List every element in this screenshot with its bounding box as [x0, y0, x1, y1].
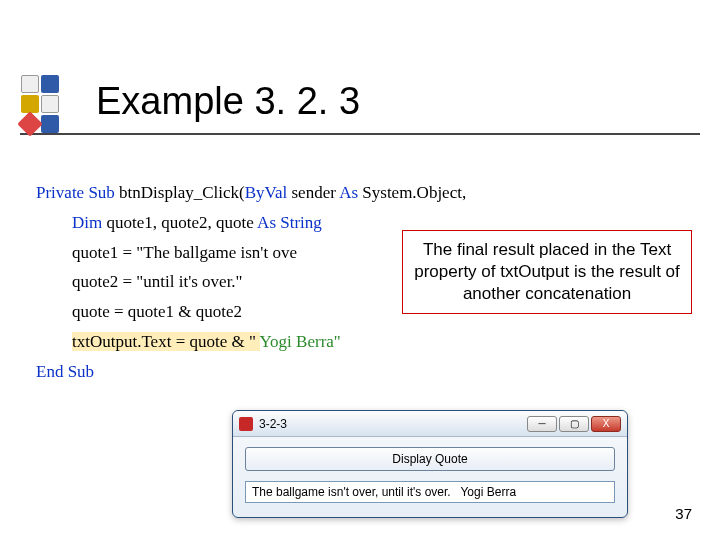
- app-window: 3-2-3 ─ ▢ X Display Quote: [232, 410, 628, 518]
- code-line: txtOutput.Text = quote & " Yogi Berra": [72, 327, 696, 357]
- page-number: 37: [675, 505, 692, 522]
- titlebar: 3-2-3 ─ ▢ X: [233, 411, 627, 437]
- code-text: btnDisplay_Click(: [115, 183, 245, 202]
- code-line: Private Sub btnDisplay_Click(ByVal sende…: [36, 178, 696, 208]
- window-buttons: ─ ▢ X: [527, 416, 621, 432]
- code-text: sender: [287, 183, 339, 202]
- keyword: As: [339, 183, 358, 202]
- app-icon: [239, 417, 253, 431]
- keyword: As String: [257, 213, 322, 232]
- code-text: quote1, quote2, quote: [102, 213, 257, 232]
- keyword: ByVal: [245, 183, 288, 202]
- display-quote-button[interactable]: Display Quote: [245, 447, 615, 471]
- minimize-button[interactable]: ─: [527, 416, 557, 432]
- callout-text: The final result placed in the Text prop…: [414, 240, 680, 303]
- keyword: Dim: [72, 213, 102, 232]
- string-remainder: Yogi Berra": [260, 332, 341, 351]
- maximize-button[interactable]: ▢: [559, 416, 589, 432]
- callout-box: The final result placed in the Text prop…: [402, 230, 692, 314]
- slide-header: Example 3. 2. 3: [20, 80, 700, 135]
- output-textbox[interactable]: [245, 481, 615, 503]
- code-text: System.Object,: [358, 183, 466, 202]
- highlight: txtOutput.Text = quote & ": [72, 332, 260, 351]
- slide-title: Example 3. 2. 3: [96, 80, 700, 123]
- close-button[interactable]: X: [591, 416, 621, 432]
- code-line: End Sub: [36, 357, 696, 387]
- window-body: Display Quote: [233, 437, 627, 513]
- slide-logo-icon: [20, 74, 76, 130]
- window-title: 3-2-3: [259, 417, 287, 431]
- keyword: Private Sub: [36, 183, 115, 202]
